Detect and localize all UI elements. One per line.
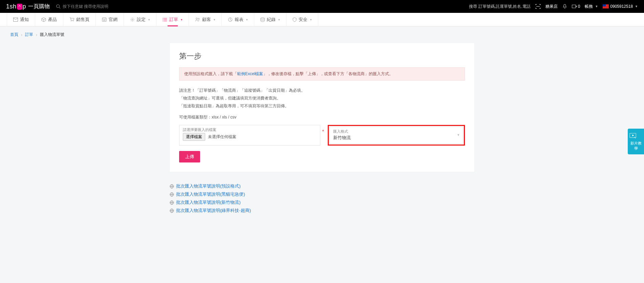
- help-link-row: 批次匯入物流單號說明(新竹物流): [170, 198, 474, 206]
- svg-point-8: [132, 19, 133, 20]
- breadcrumb: 首頁 › 訂單 › 匯入物流單號: [0, 26, 644, 43]
- nav-official-site[interactable]: 官網: [96, 13, 124, 26]
- logo-text-post: p: [23, 3, 26, 10]
- form-row: 請選擇要匯入的檔案 選擇檔案 未選擇任何檔案 * 匯入格式 新竹物流 ▾: [179, 125, 465, 146]
- scan-icon[interactable]: [535, 4, 541, 9]
- phone-display[interactable]: 0905912518 ▼: [603, 4, 638, 9]
- chevron-down-icon: ▾: [310, 18, 312, 21]
- nav-bar: 通知 產品 銷售頁 官網 設定 ▾ 訂單 ▾ 顧客 ▾ 報表 ▾ 紀錄 ▾ 安全: [0, 13, 644, 26]
- help-link[interactable]: 批次匯入物流單號說明(預設格式): [176, 183, 241, 189]
- help-link-row: 批次匯入物流單號說明(黑貓宅急便): [170, 190, 474, 198]
- svg-rect-3: [572, 5, 576, 8]
- chevron-right-icon: ›: [36, 32, 37, 37]
- help-search-input[interactable]: [63, 4, 124, 9]
- note-text: 請注意！「訂單號碼」「物流商」「追蹤號碼」「出貨日期」為必填。 「物流查詢網址」…: [179, 87, 465, 110]
- chevron-down-icon: ▾: [246, 18, 248, 21]
- svg-line-1: [59, 7, 61, 9]
- svg-point-14: [163, 21, 164, 21]
- users-icon: [195, 18, 200, 22]
- video-tutorial-button[interactable]: 影片教學: [628, 129, 644, 154]
- nav-customers[interactable]: 顧客 ▾: [189, 13, 222, 26]
- step-card: 第一步 使用預設格式匯入，請下載「範例Excel檔案」，修改後存檔，點擊「上傳」…: [170, 43, 474, 172]
- breadcrumb-orders[interactable]: 訂單: [25, 32, 33, 38]
- help-link[interactable]: 批次匯入物流單號說明(綠界科技-超商): [176, 208, 251, 214]
- logo[interactable]: 1sh p 一頁購物: [6, 3, 50, 10]
- store-icon: [102, 17, 107, 22]
- choose-file-button[interactable]: 選擇檔案: [183, 133, 205, 141]
- svg-point-18: [261, 18, 264, 19]
- format-field-highlight: 匯入格式 新竹物流 ▾: [328, 125, 465, 146]
- svg-point-16: [198, 18, 199, 19]
- required-mark: *: [322, 129, 324, 134]
- mail-icon: [13, 18, 18, 22]
- chevron-down-icon: ▼: [595, 5, 598, 8]
- step-title: 第一步: [179, 51, 465, 61]
- file-field: 請選擇要匯入的檔案 選擇檔案 未選擇任何檔案 *: [179, 125, 320, 146]
- logo-cn: 一頁購物: [28, 3, 50, 10]
- svg-point-12: [163, 18, 164, 19]
- battery-icon: [572, 5, 577, 8]
- database-icon: [260, 17, 265, 22]
- svg-point-33: [635, 137, 636, 138]
- globe-icon: [170, 184, 174, 189]
- bell-icon[interactable]: [562, 4, 567, 9]
- breadcrumb-home[interactable]: 首頁: [10, 32, 18, 38]
- help-link[interactable]: 批次匯入物流單號說明(黑貓宅急便): [176, 191, 245, 197]
- filetype-text: 可使用檔案類型：xlsx / xls / csv: [179, 114, 465, 120]
- nav-products[interactable]: 產品: [35, 13, 63, 26]
- battery-badge[interactable]: 0: [572, 4, 580, 9]
- account-menu[interactable]: 帳務 ▼: [585, 4, 598, 9]
- nav-orders[interactable]: 訂單 ▾: [156, 13, 189, 26]
- gear-icon: [130, 17, 135, 22]
- play-icon: [629, 132, 637, 139]
- chevron-down-icon: ▾: [214, 18, 215, 21]
- chevron-down-icon: ▾: [278, 18, 280, 21]
- globe-icon: [170, 200, 174, 205]
- nav-reports[interactable]: 報表 ▾: [222, 13, 254, 26]
- box-icon: [41, 17, 46, 22]
- logo-text-pre: 1sh: [6, 3, 17, 10]
- upload-button[interactable]: 上傳: [179, 151, 200, 162]
- globe-icon: [170, 209, 174, 213]
- shop-name[interactable]: 糖果店: [545, 4, 558, 9]
- svg-point-7: [73, 21, 73, 21]
- sample-excel-link[interactable]: 範例Excel檔案: [237, 71, 263, 76]
- cart-icon: [69, 17, 74, 22]
- format-value: 新竹物流: [333, 135, 351, 141]
- breadcrumb-current: 匯入物流單號: [40, 32, 64, 38]
- format-select[interactable]: 匯入格式 新竹物流 ▾: [329, 127, 463, 144]
- chevron-down-icon: ▾: [457, 133, 459, 137]
- flag-icon: [603, 4, 609, 8]
- help-link[interactable]: 批次匯入物流單號說明(新竹物流): [176, 199, 241, 205]
- nav-sales-page[interactable]: 銷售頁: [63, 13, 96, 26]
- help-link-row: 批次匯入物流單號說明(預設格式): [170, 182, 474, 190]
- format-label: 匯入格式: [333, 129, 351, 134]
- svg-point-13: [163, 19, 164, 20]
- chevron-down-icon: ▼: [635, 5, 638, 8]
- svg-point-15: [196, 18, 197, 19]
- nav-records[interactable]: 紀錄 ▾: [254, 13, 286, 26]
- chevron-right-icon: ›: [21, 32, 22, 37]
- info-alert: 使用預設格式匯入，請下載「範例Excel檔案」，修改後存檔，點擊「上傳」，或查看…: [179, 67, 465, 81]
- help-search[interactable]: [56, 4, 124, 9]
- nav-notify[interactable]: 通知: [7, 13, 35, 26]
- svg-point-6: [71, 21, 71, 21]
- badge-count: 0: [578, 4, 580, 9]
- top-header: 1sh p 一頁購物 搜尋 訂單號碼,託運單號,姓名,電話 糖果店 0 帳務 ▼: [0, 0, 644, 13]
- file-status-text: 未選擇任何檔案: [208, 134, 236, 140]
- search-hint-text: 搜尋 訂單號碼,託運單號,姓名,電話: [469, 4, 530, 9]
- nav-security[interactable]: 安全 ▾: [286, 13, 318, 26]
- search-icon: [56, 4, 61, 9]
- nav-settings[interactable]: 設定 ▾: [124, 13, 156, 26]
- svg-point-0: [57, 5, 60, 8]
- chevron-down-icon: ▾: [148, 18, 150, 21]
- svg-marker-32: [632, 134, 634, 136]
- shield-icon: [293, 17, 297, 22]
- svg-rect-4: [576, 6, 577, 7]
- help-links: 批次匯入物流單號說明(預設格式) 批次匯入物流單號說明(黑貓宅急便) 批次匯入物…: [170, 182, 474, 228]
- bag-icon: [17, 4, 22, 10]
- chevron-down-icon: ▾: [181, 18, 183, 21]
- globe-icon: [170, 192, 174, 197]
- help-link-row: 批次匯入物流單號說明(綠界科技-超商): [170, 206, 474, 215]
- list-icon: [163, 18, 167, 22]
